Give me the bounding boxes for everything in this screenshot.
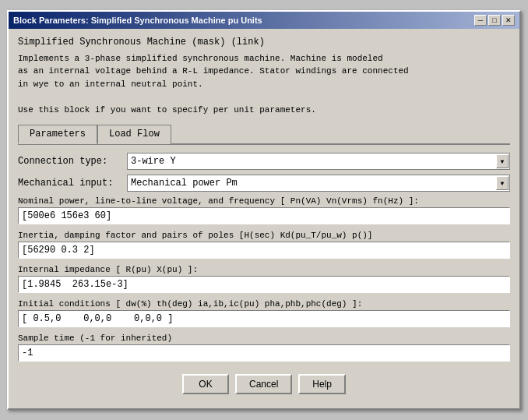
sample-time-block: Sample time (-1 for inherited): [18, 334, 510, 365]
nominal-power-input[interactable]: [18, 207, 510, 224]
main-window: Block Parameters: Simplified Synchronous…: [7, 10, 521, 411]
description-line1: Implements a 3-phase simplified synchron…: [18, 52, 510, 65]
tab-load-flow[interactable]: Load Flow: [97, 125, 171, 144]
inertia-block: Inertia, damping factor and pairs of pol…: [18, 231, 510, 262]
mechanical-input-wrapper: Mechanical power Pm Speed w ▼: [127, 175, 510, 192]
tab-parameters[interactable]: Parameters: [18, 125, 97, 144]
mechanical-input-label: Mechanical input:: [18, 178, 127, 189]
tab-bar: Parameters Load Flow: [18, 124, 510, 145]
nominal-power-label: Nominal power, line-to-line voltage, and…: [18, 196, 510, 206]
sample-time-input[interactable]: [18, 344, 510, 362]
impedance-input[interactable]: [18, 276, 510, 293]
cancel-button[interactable]: Cancel: [235, 374, 292, 394]
window-title: Block Parameters: Simplified Synchronous…: [13, 16, 262, 25]
nominal-power-block: Nominal power, line-to-line voltage, and…: [18, 196, 510, 228]
inertia-input[interactable]: [18, 242, 510, 259]
help-button[interactable]: Help: [298, 374, 346, 394]
buttons-row: OK Cancel Help: [18, 374, 510, 401]
impedance-label: Internal impedance [ R(pu) X(pu) ]:: [18, 265, 510, 274]
description-line5: Use this block if you want to specify pe…: [18, 104, 510, 117]
title-bar: Block Parameters: Simplified Synchronous…: [9, 12, 519, 29]
connection-type-select[interactable]: 3-wire Y 4-wire Y Delta: [127, 153, 510, 170]
connection-type-wrapper: 3-wire Y 4-wire Y Delta ▼: [127, 153, 510, 170]
connection-type-row: Connection type: 3-wire Y 4-wire Y Delta…: [18, 153, 510, 170]
maximize-button[interactable]: □: [488, 15, 501, 26]
mechanical-input-select[interactable]: Mechanical power Pm Speed w: [127, 175, 510, 192]
mechanical-input-row: Mechanical input: Mechanical power Pm Sp…: [18, 175, 510, 192]
impedance-block: Internal impedance [ R(pu) X(pu) ]:: [18, 265, 510, 296]
sample-time-label: Sample time (-1 for inherited): [18, 334, 510, 343]
ok-button[interactable]: OK: [182, 374, 229, 394]
dialog-content: Simplified Synchronous Machine (mask) (l…: [9, 29, 519, 409]
initial-conditions-input[interactable]: [18, 310, 510, 327]
minimize-button[interactable]: ─: [474, 15, 487, 26]
description-line3: in wye to an internal neutral point.: [18, 78, 510, 91]
description-line2: as an internal voltage behind a R-L impe…: [18, 65, 510, 78]
inertia-label: Inertia, damping factor and pairs of pol…: [18, 231, 510, 240]
window-controls: ─ □ ✕: [474, 15, 515, 26]
connection-type-label: Connection type:: [18, 156, 127, 167]
initial-conditions-label: Initial conditions [ dw(%) th(deg) ia,ib…: [18, 299, 510, 309]
description-block: Simplified Synchronous Machine (mask) (l…: [18, 37, 510, 117]
description-line4: [18, 90, 510, 104]
close-button[interactable]: ✕: [502, 15, 515, 26]
description-title: Simplified Synchronous Machine (mask) (l…: [18, 37, 510, 48]
initial-conditions-block: Initial conditions [ dw(%) th(deg) ia,ib…: [18, 299, 510, 330]
